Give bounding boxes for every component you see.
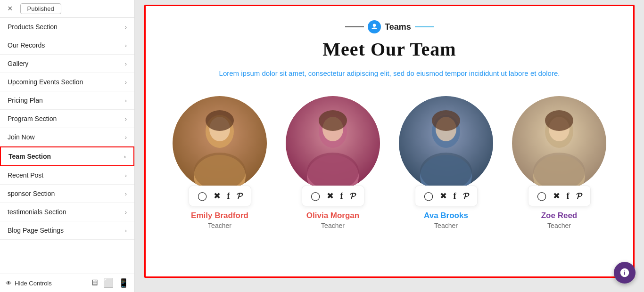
facebook-icon[interactable]: f (340, 191, 343, 201)
sidebar-bottom: 👁 Hide Controls 🖥 ⬜ 📱 (0, 274, 134, 292)
team-card: ◯ ✖ f 𝓟 Olivia Morgan Teacher (281, 96, 385, 229)
member-role: Teacher (434, 222, 458, 229)
main-content: Teams Meet Our Team Lorem ipsum dolor si… (135, 0, 644, 292)
sidebar-item-pricing-plan[interactable]: Pricing Plan› (0, 91, 134, 110)
facebook-icon[interactable]: f (454, 191, 456, 201)
device-icons: 🖥 ⬜ 📱 (90, 278, 129, 288)
svg-point-27 (533, 153, 585, 190)
svg-point-12 (319, 110, 347, 131)
chevron-right-icon: › (125, 227, 127, 234)
eye-icon: 👁 (6, 280, 12, 287)
sidebar-item-label: sponsor Section (8, 190, 55, 197)
float-button[interactable] (614, 262, 636, 284)
desktop-icon[interactable]: 🖥 (90, 278, 99, 288)
twitter-icon[interactable]: ✖ (553, 191, 560, 201)
hide-controls-label: Hide Controls (15, 280, 52, 287)
sidebar-item-label: Gallery (8, 60, 28, 67)
chevron-right-icon: › (125, 134, 127, 141)
teams-header: Teams (160, 20, 619, 33)
teams-line-right (415, 26, 434, 27)
hide-controls-button[interactable]: 👁 Hide Controls (6, 280, 52, 287)
sidebar-top-bar: × Published (0, 0, 134, 18)
member-role: Teacher (208, 222, 231, 229)
sidebar-item-label: Products Section (8, 23, 58, 31)
sidebar-item-sponsor-section[interactable]: sponsor Section› (0, 185, 134, 203)
sidebar-item-label: Recent Post (8, 171, 43, 179)
sidebar-item-recent-post[interactable]: Recent Post› (0, 166, 134, 185)
pinterest-icon[interactable]: 𝓟 (576, 191, 582, 201)
social-box: ◯ ✖ f 𝓟 (302, 186, 364, 206)
member-name: Ava Brooks (424, 211, 468, 220)
sidebar-item-our-records[interactable]: Our Records› (0, 36, 134, 55)
sidebar-list: Products Section›Our Records›Gallery›Upc… (0, 18, 134, 274)
chevron-right-icon: › (125, 24, 127, 31)
sidebar-item-team-section[interactable]: Team Section› (0, 146, 134, 166)
twitter-icon[interactable]: ✖ (440, 191, 447, 201)
member-role: Teacher (547, 222, 571, 229)
sidebar-item-gallery[interactable]: Gallery› (0, 55, 134, 73)
svg-point-20 (420, 153, 472, 190)
sidebar-item-label: Blog Page Settings (8, 227, 64, 234)
team-avatar (512, 96, 606, 190)
instagram-icon[interactable]: ◯ (311, 191, 320, 201)
instagram-icon[interactable]: ◯ (424, 191, 433, 201)
sidebar-item-testimonials-section[interactable]: testimonials Section› (0, 203, 134, 221)
sidebar-item-blog-page-settings[interactable]: Blog Page Settings› (0, 221, 134, 240)
facebook-icon[interactable]: f (567, 191, 570, 201)
pinterest-icon[interactable]: 𝓟 (463, 191, 469, 201)
pinterest-icon[interactable]: 𝓟 (350, 191, 355, 201)
sidebar-item-label: Our Records (8, 41, 45, 49)
sidebar-item-join-now[interactable]: Join Now› (0, 128, 134, 146)
chevron-right-icon: › (124, 153, 126, 160)
member-role: Teacher (321, 222, 345, 229)
twitter-icon[interactable]: ✖ (327, 191, 334, 201)
team-cards: ◯ ✖ f 𝓟 Emily Bradford Teacher (160, 96, 619, 229)
tablet-icon[interactable]: ⬜ (103, 278, 114, 288)
sidebar-item-label: testimonials Section (8, 208, 66, 216)
chevron-right-icon: › (125, 115, 127, 122)
instagram-icon[interactable]: ◯ (537, 191, 546, 201)
sidebar-item-label: Pricing Plan (8, 97, 43, 104)
team-card: ◯ ✖ f 𝓟 Emily Bradford Teacher (168, 96, 272, 229)
team-avatar (399, 96, 493, 190)
sidebar-item-label: Upcoming Events Section (8, 78, 83, 86)
teams-line-left (345, 26, 364, 27)
svg-point-6 (194, 153, 246, 190)
chevron-right-icon: › (125, 60, 127, 67)
team-avatar (173, 96, 267, 190)
sidebar-item-label: Join Now (8, 133, 35, 141)
member-name: Emily Bradford (191, 211, 248, 220)
team-title: Meet Our Team (160, 38, 619, 60)
sidebar-item-upcoming-events-section[interactable]: Upcoming Events Section› (0, 73, 134, 91)
close-button[interactable]: × (5, 3, 16, 15)
chevron-right-icon: › (125, 209, 127, 216)
svg-point-5 (206, 110, 234, 131)
chevron-right-icon: › (125, 190, 127, 197)
pinterest-icon[interactable]: 𝓟 (237, 191, 242, 201)
instagram-icon[interactable]: ◯ (198, 191, 207, 201)
svg-point-19 (432, 110, 460, 131)
team-card: ◯ ✖ f 𝓟 Zoe Reed Teacher (507, 96, 611, 229)
chevron-right-icon: › (125, 79, 127, 86)
sidebar-item-label: Team Section (8, 153, 51, 160)
team-card: ◯ ✖ f 𝓟 Ava Brooks Teacher (394, 96, 498, 229)
social-box: ◯ ✖ f 𝓟 (528, 186, 591, 206)
mobile-icon[interactable]: 📱 (118, 278, 129, 288)
sidebar-item-program-section[interactable]: Program Section› (0, 110, 134, 128)
team-subtitle: Lorem ipsum dolor sit amet, consectetur … (160, 68, 619, 79)
team-avatar (286, 96, 380, 190)
member-name: Olivia Morgan (306, 211, 359, 220)
chevron-right-icon: › (125, 97, 127, 104)
chevron-right-icon: › (125, 42, 127, 49)
teams-tag-label: Teams (385, 22, 411, 32)
team-section-panel: Teams Meet Our Team Lorem ipsum dolor si… (144, 5, 635, 278)
sidebar-item-products-section[interactable]: Products Section› (0, 18, 134, 36)
svg-point-13 (307, 153, 359, 190)
teams-icon (368, 20, 381, 33)
facebook-icon[interactable]: f (227, 191, 230, 201)
twitter-icon[interactable]: ✖ (214, 191, 221, 201)
chevron-right-icon: › (125, 172, 127, 179)
published-button[interactable]: Published (20, 3, 61, 14)
member-name: Zoe Reed (541, 211, 578, 220)
social-box: ◯ ✖ f 𝓟 (415, 186, 478, 206)
